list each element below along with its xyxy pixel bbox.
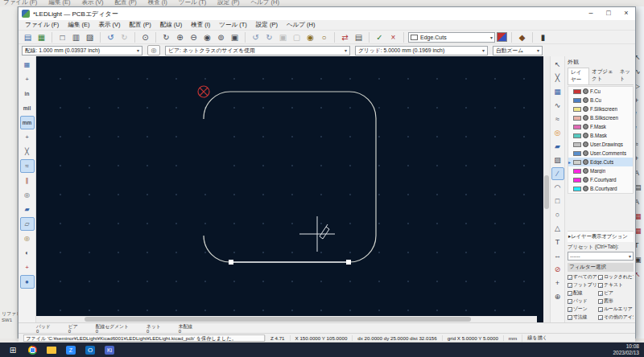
layer-row[interactable]: F.Courtyard [568,175,633,184]
zone-outline-mode-icon[interactable]: ▱ [20,217,35,231]
visibility-eye-icon[interactable] [583,168,588,174]
zoom-app-icon[interactable]: Z [64,344,77,355]
visibility-eye-icon[interactable] [583,133,588,138]
filter-rule-areas[interactable]: ✓ルールエリア [598,306,634,313]
layer-pair-indicator-icon[interactable] [497,32,507,42]
filter-all-items[interactable]: ✓すべてのアイテム [568,273,598,281]
filter-vias[interactable]: ✓ビア [598,289,634,297]
visibility-eye-icon[interactable] [583,97,588,103]
rotate-cw-icon[interactable]: ↻ [263,31,275,43]
update-pcb-from-schematic-icon[interactable]: ⇄ [339,31,351,43]
save-icon[interactable]: ▤ [22,31,34,43]
units-millimeters-icon[interactable]: mm [20,116,35,129]
menu-inspect[interactable]: 検査 (I) [191,21,210,29]
place-footprint-icon[interactable]: ▦ [551,85,564,98]
visibility-eye-icon[interactable] [583,106,588,112]
bottom-left-arc[interactable] [204,236,230,262]
set-grid-origin-icon[interactable]: ⊕ [551,290,564,303]
layer-color-swatch[interactable] [573,116,581,121]
layer-row[interactable]: F.Cu [568,87,633,96]
add-filled-zone-icon[interactable]: ▰ [551,140,564,153]
draw-arc-icon[interactable]: ◠ [551,181,564,194]
manage-libraries-icon[interactable]: ▤ [353,31,365,43]
tab-nets[interactable]: ネット [617,68,634,84]
refresh-view-icon[interactable]: ↻ [160,31,172,43]
layer-row[interactable]: F.Mask [568,122,633,131]
menu-preferences[interactable]: 設定 (P) [256,21,278,29]
bg-menu-item[interactable]: 配置 (P) [115,0,137,6]
zoom-to-objects-icon[interactable]: ⊚ [215,31,227,43]
zoom-to-fit-icon[interactable]: ◉ [201,31,213,43]
track-width-dropdown[interactable]: 配線: 1.000 mm (0.03937 inch) ▾ [22,46,142,55]
draw-rectangle-icon[interactable]: □ [551,195,564,207]
layer-color-swatch[interactable] [573,160,581,165]
bg-menu-item[interactable]: ファイル (F) [3,0,37,6]
page-settings-icon[interactable]: □ [56,31,68,43]
layer-color-swatch[interactable] [573,169,581,174]
single-layer-mode-icon[interactable]: ● [20,275,35,289]
redo-icon[interactable]: ↻ [118,31,130,43]
unlock-icon[interactable]: ○ [318,31,330,43]
zoom-to-selection-icon[interactable]: ▣ [229,31,241,43]
hscroll-thumb[interactable] [85,317,471,322]
menu-route[interactable]: 配線 (U) [160,21,183,29]
draw-line-icon[interactable]: ∕ [551,167,564,180]
titlebar[interactable]: *LEDLight — PCBエディター – □ × [19,7,635,20]
layer-row[interactable]: User.Comments [568,149,633,158]
measure-tool-icon[interactable]: + [551,277,564,289]
bg-menu-item[interactable]: 設定 (P) [217,0,239,6]
vertical-scrollbar[interactable] [543,56,550,322]
units-mils-icon[interactable]: mil [20,101,35,115]
layer-color-swatch[interactable] [573,98,581,103]
minimize-button[interactable]: – [582,7,600,20]
delete-tool-icon[interactable]: ⊘ [551,263,564,276]
layer-row-edge-cuts[interactable]: Edge.Cuts [568,158,633,166]
via-size-dropdown[interactable]: ビア: ネットクラスのサイズを使用 ▾ [165,46,350,55]
layer-color-swatch[interactable] [573,178,581,183]
bg-menu-item[interactable]: 編集 (E) [48,0,70,6]
menu-help[interactable]: ヘルプ (H) [287,21,316,29]
layer-row[interactable]: User.Drawings [568,140,633,149]
layer-color-swatch[interactable] [573,125,581,129]
units-inches-icon[interactable]: in [20,87,35,101]
pcb-canvas[interactable] [36,56,543,322]
add-rule-area-icon[interactable]: ▨ [551,154,564,166]
print-icon[interactable]: ▥ [70,31,82,43]
place-via-icon[interactable]: ◎ [551,126,564,139]
footprint-properties-icon[interactable]: ◆ [516,31,528,43]
layer-row[interactable]: B.Mask [568,131,633,140]
start-button[interactable]: ⊞ [6,344,19,355]
filter-other-items[interactable]: ✓その他のアイテム [598,314,634,321]
menu-place[interactable]: 配置 (P) [130,21,151,29]
layer-color-swatch[interactable] [573,187,581,191]
visibility-eye-icon[interactable] [583,186,588,191]
explorer-icon[interactable] [45,344,58,355]
layer-selector-dropdown[interactable]: Edge.Cuts ▾ [408,32,495,43]
via-size-toggle-icon[interactable]: ◎ [147,45,160,55]
horizontal-scrollbar[interactable] [36,316,537,322]
draw-polygon-icon[interactable]: △ [551,222,564,235]
kicad-taskbar-icon[interactable]: Ki [103,344,116,355]
filter-dimensions[interactable]: ✓寸法線 [568,314,598,321]
bg-menu-item[interactable]: 表示 (V) [81,0,103,6]
layer-row[interactable]: Margin [568,166,633,175]
net-color-mode-icon[interactable]: + [20,261,35,274]
layer-color-swatch[interactable] [573,107,581,112]
zone-fill-mode-icon[interactable]: ▰ [20,203,35,216]
visibility-eye-icon[interactable] [583,88,588,94]
rotate-ccw-icon[interactable]: ↺ [250,31,262,43]
segment-handle-left[interactable] [229,260,233,265]
menu-file[interactable]: ファイル (F) [25,21,59,29]
visibility-eye-icon[interactable] [583,142,588,147]
polar-coordinates-icon[interactable]: + [20,72,35,86]
menu-tools[interactable]: ツール (T) [219,21,247,29]
bg-menu-item[interactable]: ツール (T) [179,0,207,6]
update-footprints-icon[interactable]: ✓ [374,31,386,43]
visibility-eye-icon[interactable] [583,159,588,165]
board-outline-path[interactable] [204,92,376,262]
layer-color-swatch[interactable] [573,133,581,138]
layer-color-swatch[interactable] [573,89,581,94]
board-setup-icon[interactable]: ▦ [35,31,47,43]
grid-dropdown[interactable]: グリッド: 5.0000 mm (0.1969 inch) ▾ [355,46,488,55]
pad-outline-mode-icon[interactable]: ◎ [20,232,35,245]
